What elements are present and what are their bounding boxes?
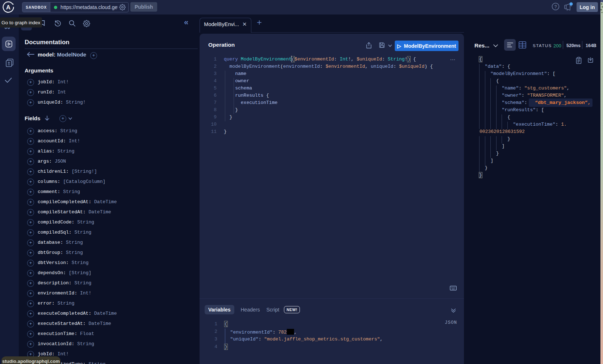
svg-text:?: ? — [554, 4, 557, 9]
svg-text:A: A — [6, 4, 11, 11]
